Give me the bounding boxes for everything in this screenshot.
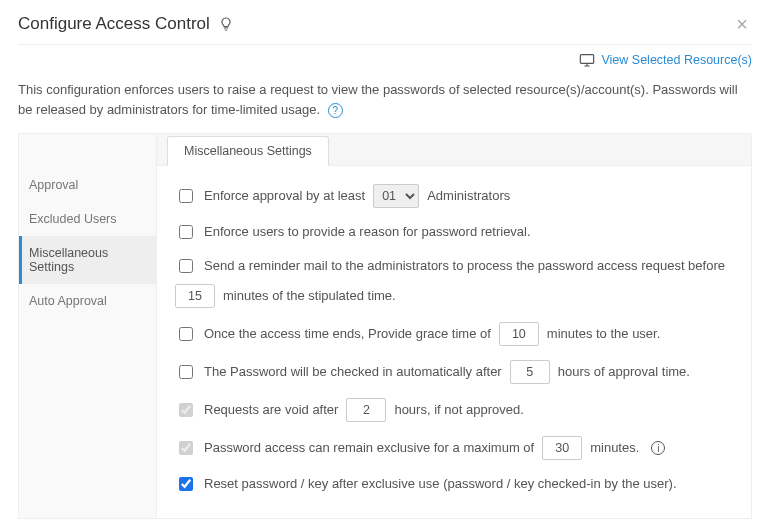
enforce-approval-post: Administrators <box>427 186 510 206</box>
sidebar-item-approval[interactable]: Approval <box>19 168 156 202</box>
access-control-dialog: Configure Access Control × View Selected… <box>0 0 770 523</box>
content-area: Miscellaneous Settings Enforce approval … <box>157 134 751 518</box>
info-icon[interactable]: i <box>651 441 665 455</box>
row-grace-time: Once the access time ends, Provide grace… <box>175 322 733 346</box>
view-selected-resources-label: View Selected Resource(s) <box>601 53 752 67</box>
row-reminder-mail: Send a reminder mail to the administrato… <box>175 256 733 308</box>
sidebar-item-auto-approval[interactable]: Auto Approval <box>19 284 156 318</box>
exclusive-max-checkbox <box>179 441 193 455</box>
dialog-header: Configure Access Control × <box>18 14 752 45</box>
exclusive-max-post: minutes. <box>590 438 639 458</box>
void-after-hours[interactable] <box>346 398 386 422</box>
close-icon[interactable]: × <box>732 14 752 34</box>
row-enforce-approval: Enforce approval by at least 01 Administ… <box>175 184 733 208</box>
enforce-approval-checkbox[interactable] <box>179 189 193 203</box>
hint-bulb-icon[interactable] <box>218 16 234 32</box>
dialog-description: This configuration enforces users to rai… <box>18 74 752 133</box>
row-reset-after-exclusive: Reset password / key after exclusive use… <box>175 474 733 494</box>
settings-form: Enforce approval by at least 01 Administ… <box>157 166 751 518</box>
void-after-pre: Requests are void after <box>204 400 338 420</box>
grace-time-pre: Once the access time ends, Provide grace… <box>204 324 491 344</box>
svg-rect-0 <box>581 55 594 64</box>
grace-time-post: minutes to the user. <box>547 324 660 344</box>
void-after-post: hours, if not approved. <box>394 400 523 420</box>
sidebar: Approval Excluded Users Miscellaneous Se… <box>19 134 157 518</box>
auto-checkin-checkbox[interactable] <box>179 365 193 379</box>
exclusive-max-minutes[interactable] <box>542 436 582 460</box>
auto-checkin-post: hours of approval time. <box>558 362 690 382</box>
row-exclusive-max: Password access can remain exclusive for… <box>175 436 733 460</box>
auto-checkin-hours[interactable] <box>510 360 550 384</box>
reminder-mail-post: minutes of the stipulated time. <box>223 286 396 306</box>
row-enforce-reason: Enforce users to provide a reason for pa… <box>175 222 733 242</box>
settings-panel: Approval Excluded Users Miscellaneous Se… <box>18 133 752 519</box>
reset-after-exclusive-label: Reset password / key after exclusive use… <box>204 474 677 494</box>
exclusive-max-pre: Password access can remain exclusive for… <box>204 438 534 458</box>
reset-after-exclusive-checkbox[interactable] <box>179 477 193 491</box>
tab-strip: Miscellaneous Settings <box>157 134 751 166</box>
enforce-approval-count[interactable]: 01 <box>373 184 419 208</box>
sidebar-item-excluded-users[interactable]: Excluded Users <box>19 202 156 236</box>
enforce-reason-label: Enforce users to provide a reason for pa… <box>204 222 531 242</box>
reminder-mail-minutes[interactable] <box>175 284 215 308</box>
enforce-reason-checkbox[interactable] <box>179 225 193 239</box>
reminder-mail-checkbox[interactable] <box>179 259 193 273</box>
grace-time-checkbox[interactable] <box>179 327 193 341</box>
dialog-title: Configure Access Control <box>18 14 210 34</box>
void-after-checkbox <box>179 403 193 417</box>
auto-checkin-pre: The Password will be checked in automati… <box>204 362 502 382</box>
monitor-icon <box>579 53 595 67</box>
grace-time-minutes[interactable] <box>499 322 539 346</box>
enforce-approval-pre: Enforce approval by at least <box>204 186 365 206</box>
row-void-after: Requests are void after hours, if not ap… <box>175 398 733 422</box>
sidebar-item-miscellaneous-settings[interactable]: Miscellaneous Settings <box>19 236 156 284</box>
tab-miscellaneous-settings[interactable]: Miscellaneous Settings <box>167 136 329 166</box>
help-icon[interactable]: ? <box>328 103 343 118</box>
dialog-actions: Save & Activate Deactivate Cancel <box>18 519 752 523</box>
row-auto-checkin: The Password will be checked in automati… <box>175 360 733 384</box>
reminder-mail-pre: Send a reminder mail to the administrato… <box>204 256 725 276</box>
view-selected-resources-link[interactable]: View Selected Resource(s) <box>579 53 752 67</box>
